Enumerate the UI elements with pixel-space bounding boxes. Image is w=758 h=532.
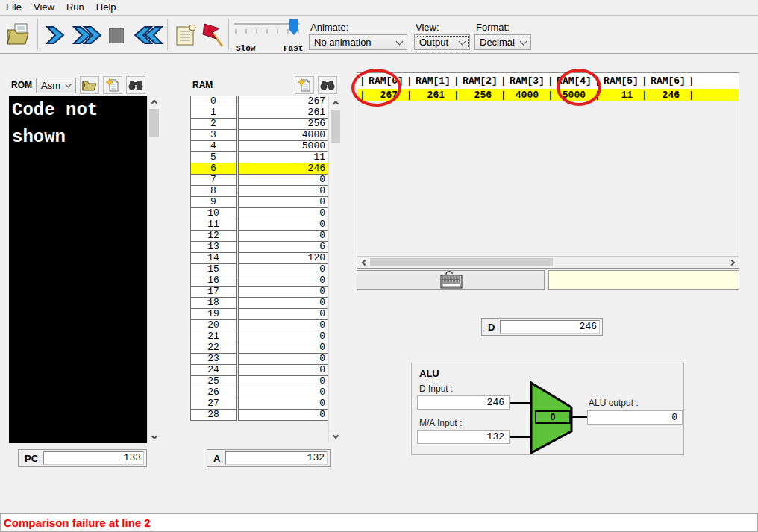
ram-value-cell[interactable]: 0 [238, 353, 328, 365]
ram-value-cell[interactable]: 0 [238, 398, 328, 410]
ram-value-cell[interactable]: 0 [238, 375, 328, 387]
menu-help[interactable]: Help [90, 0, 122, 15]
ram-address-cell: 7 [190, 174, 237, 186]
view-script-button[interactable] [173, 22, 198, 48]
ram-scrollbar[interactable] [328, 96, 341, 442]
ram-value-cell[interactable]: 0 [238, 308, 328, 320]
scrollbar-thumb[interactable] [149, 109, 159, 137]
ram-value-cell[interactable]: 120 [238, 252, 328, 264]
ram-value-cell[interactable]: 0 [238, 219, 328, 231]
ram-address-cell: 5 [190, 151, 237, 163]
scroll-up-arrow[interactable] [329, 96, 342, 108]
rom-clear-button[interactable] [103, 76, 122, 94]
ram-address-cell: 22 [190, 342, 237, 354]
ram-address-cell: 8 [190, 185, 237, 197]
ram-value-cell[interactable]: 0 [238, 196, 328, 208]
keyboard-input-field[interactable] [548, 270, 739, 290]
rom-scrollbar[interactable] [147, 96, 160, 443]
ram-address-cell: 28 [190, 409, 237, 421]
ram-clear-button[interactable] [295, 76, 314, 94]
ram-value-cell[interactable]: 11 [238, 151, 328, 163]
output-panel: |RAM[0]|RAM[1]|RAM[2]|RAM[3]|RAM[4]|RAM[… [357, 72, 739, 269]
ram-find-button[interactable] [318, 76, 337, 94]
ram-value-cell[interactable]: 0 [238, 297, 328, 309]
scroll-down-arrow[interactable] [329, 431, 342, 442]
output-column-header: RAM[5] [601, 75, 642, 87]
ram-row: 260 [190, 387, 328, 398]
ram-value-cell[interactable]: 0 [238, 185, 328, 197]
slider-slow-label: Slow [236, 44, 255, 53]
output-horizontal-scrollbar[interactable] [357, 256, 739, 268]
run-button[interactable] [71, 25, 104, 46]
ram-address-cell: 12 [190, 230, 237, 242]
ram-value-cell[interactable]: 0 [238, 319, 328, 331]
column-separator: | [407, 90, 413, 101]
speed-slider[interactable] [231, 19, 303, 43]
ram-value-cell[interactable]: 0 [238, 286, 328, 298]
ram-value-cell[interactable]: 5000 [238, 140, 328, 152]
animate-label: Animate: [310, 22, 348, 33]
scrollbar-thumb[interactable] [370, 258, 553, 266]
stop-button[interactable] [107, 27, 125, 45]
ram-value-cell[interactable]: 0 [238, 263, 328, 275]
output-value-row: |267|261|256|4000|5000|11|246| [357, 89, 739, 101]
binoculars-icon [320, 79, 335, 91]
format-label: Format: [476, 22, 510, 33]
ram-value-cell[interactable]: 0 [238, 230, 328, 242]
ram-value-cell[interactable]: 6 [238, 241, 328, 253]
ram-value-cell[interactable]: 0 [238, 409, 328, 421]
scroll-left-arrow[interactable] [357, 257, 369, 268]
rewind-icon [134, 25, 163, 45]
scroll-right-arrow[interactable] [727, 257, 739, 268]
output-column-header: RAM[1] [413, 75, 454, 87]
reset-button[interactable] [131, 25, 166, 46]
ram-value-cell[interactable]: 4000 [238, 129, 328, 141]
menu-file[interactable]: File [0, 0, 28, 15]
rom-code-area[interactable]: Code not shown [9, 96, 147, 443]
ram-value-cell[interactable]: 0 [238, 275, 328, 287]
rom-find-button[interactable] [126, 76, 145, 94]
ram-value-cell[interactable]: 0 [238, 207, 328, 219]
scrollbar-thumb[interactable] [331, 110, 340, 143]
step-forward-icon [46, 25, 65, 45]
ram-row: 280 [190, 409, 328, 421]
ram-value-cell[interactable]: 0 [238, 331, 328, 342]
chevron-down-icon [459, 37, 466, 45]
ram-address-cell: 23 [190, 353, 237, 365]
a-register: A 132 [207, 449, 331, 467]
ram-value-cell[interactable]: 0 [238, 342, 328, 354]
ram-value-cell[interactable]: 246 [238, 163, 328, 175]
ram-value-cell[interactable]: 0 [238, 364, 328, 376]
keyboard-icon [436, 270, 466, 290]
single-step-button[interactable] [43, 25, 67, 46]
a-value-field[interactable]: 132 [225, 451, 328, 465]
ram-row: 210 [190, 331, 328, 342]
menu-run[interactable]: Run [60, 0, 90, 15]
ram-value-cell[interactable]: 267 [238, 96, 328, 107]
pc-value-field[interactable]: 133 [43, 451, 144, 465]
keyboard-button[interactable] [357, 270, 545, 290]
ram-value-cell[interactable]: 256 [238, 118, 328, 130]
ram-address-cell: 11 [190, 219, 237, 231]
scroll-down-arrow[interactable] [148, 431, 160, 443]
toolbar-separator [228, 19, 229, 50]
breakpoints-button[interactable] [200, 20, 227, 50]
view-dropdown[interactable]: Output [414, 34, 470, 50]
ram-address-cell: 21 [190, 331, 237, 342]
rom-load-button[interactable] [80, 76, 99, 94]
ram-row: 100 [190, 207, 328, 219]
open-program-button[interactable] [4, 20, 33, 48]
rom-format-dropdown[interactable]: Asm [36, 78, 76, 93]
output-value: 4000 [507, 90, 548, 101]
ram-value-cell[interactable]: 0 [238, 387, 328, 398]
d-value-field[interactable]: 246 [500, 320, 600, 334]
ram-row: 6246 [190, 163, 328, 175]
menu-view[interactable]: View [28, 0, 60, 15]
animate-dropdown[interactable]: No animation [309, 34, 407, 50]
format-dropdown[interactable]: Decimal [474, 34, 531, 50]
scroll-up-arrow[interactable] [148, 96, 160, 107]
ram-value-cell[interactable]: 0 [238, 174, 328, 186]
ram-value-cell[interactable]: 261 [238, 107, 328, 119]
format-value: Decimal [480, 37, 515, 48]
slider-thumb[interactable] [289, 19, 298, 35]
